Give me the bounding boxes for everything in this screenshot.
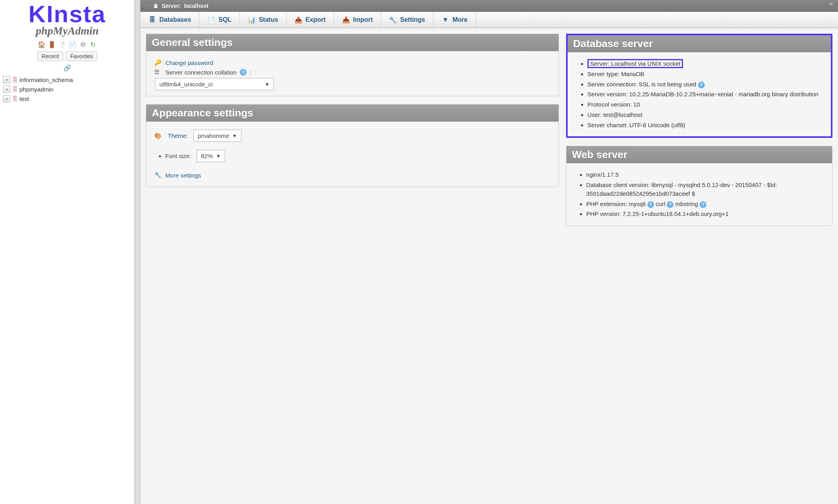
expand-icon[interactable]: +	[3, 95, 10, 102]
chevron-down-icon: ▼	[232, 133, 237, 139]
link-icon[interactable]: 🔗	[0, 63, 134, 75]
theme-label[interactable]: Theme:	[168, 132, 188, 139]
panel-title: Appearance settings	[146, 105, 559, 122]
select-value: 82%	[201, 153, 213, 159]
change-password-link[interactable]: Change password	[165, 59, 213, 66]
info-item: User: test@localhost	[587, 111, 823, 119]
main-tabs: 🗄Databases 📄SQL 📊Status 📤Export 📥Import …	[140, 12, 838, 28]
tab-import[interactable]: 📥Import	[334, 12, 381, 28]
status-icon: 📊	[248, 16, 256, 24]
sidebar: KInsta phpMyAdmin 🏠 🚪 ❔ 📄 ⚙ ↻ Recent Fav…	[0, 0, 135, 504]
recent-tab[interactable]: Recent	[37, 52, 63, 61]
tree-item-label: information_schema	[19, 76, 73, 83]
tab-label: Export	[306, 16, 326, 23]
tab-status[interactable]: 📊Status	[240, 12, 287, 28]
info-item: Server connection: SSL is not being used…	[587, 80, 823, 89]
select-value: pmahomme	[198, 132, 229, 139]
collation-select[interactable]: utf8mb4_unicode_ci ▼	[155, 78, 274, 90]
export-icon: 📤	[295, 16, 302, 24]
select-value: utf8mb4_unicode_ci	[159, 81, 212, 88]
info-item: Server charset: UTF-8 Unicode (utf8)	[587, 121, 823, 130]
info-item: PHP version: 7.2.25-1+ubuntu16.04.1+deb.…	[586, 210, 824, 218]
info-item: Server: Localhost via UNIX socket	[587, 59, 823, 68]
info-item: nginx/1.17.5	[586, 170, 824, 179]
tab-settings[interactable]: 🔧Settings	[381, 12, 433, 28]
tree-item-information-schema[interactable]: + 🗄 information_schema	[3, 75, 131, 84]
tree-item-label: test	[19, 95, 29, 102]
breadcrumb: ← 🖥 Server: localhost ⌃	[140, 0, 838, 12]
tree-item-phpmyadmin[interactable]: + 🗄 phpmyadmin	[3, 84, 131, 94]
more-settings-link[interactable]: More settings	[165, 172, 201, 179]
docs-icon[interactable]: ❔	[58, 40, 66, 48]
help-icon[interactable]: ?	[240, 69, 247, 76]
wrench-icon: 🔧	[154, 172, 162, 179]
key-icon: 🔑	[154, 59, 162, 66]
info-item: Server type: MariaDB	[587, 70, 823, 78]
expand-icon[interactable]: +	[3, 86, 10, 93]
brand-logo: KInsta	[4, 2, 130, 26]
palette-icon: 🎨	[154, 132, 162, 139]
database-icon: 🗄	[148, 16, 156, 24]
gear-icon[interactable]: ⚙	[79, 40, 87, 48]
collapse-icon[interactable]: ⌃	[828, 2, 834, 10]
database-icon: 🗄	[12, 95, 18, 102]
tab-label: Settings	[400, 16, 425, 23]
chevron-down-icon: ▼	[265, 82, 270, 87]
sql-icon: 📄	[207, 16, 215, 24]
tree-item-test[interactable]: + 🗄 test	[3, 94, 131, 103]
database-icon: 🗄	[12, 86, 18, 93]
tree-item-label: phpmyadmin	[19, 86, 54, 93]
mini-icon-toolbar: 🏠 🚪 ❔ 📄 ⚙ ↻	[0, 40, 134, 48]
tab-sql[interactable]: 📄SQL	[199, 12, 240, 28]
import-icon: 📥	[342, 16, 350, 24]
tab-label: Databases	[159, 16, 191, 23]
info-item: PHP extension: mysqli ? curl ? mbstring …	[586, 200, 824, 208]
favorites-tab[interactable]: Favorites	[66, 52, 98, 61]
info-item: Server version: 10.2.25-MariaDB-10.2.25+…	[587, 90, 823, 99]
database-tree: + 🗄 information_schema + 🗄 phpmyadmin + …	[0, 75, 134, 103]
info-text: Server: Localhost via UNIX socket	[587, 59, 683, 68]
help-icon[interactable]: ?	[667, 201, 673, 208]
list-icon: ☰	[154, 69, 162, 76]
collation-label: Server connection collation	[165, 69, 237, 76]
tab-label: Status	[259, 16, 278, 23]
tab-export[interactable]: 📤Export	[287, 12, 334, 28]
breadcrumb-label: Server:	[162, 3, 181, 9]
help-icon[interactable]: ?	[647, 201, 654, 208]
home-icon[interactable]: 🏠	[38, 40, 46, 48]
colon: :	[250, 69, 251, 76]
help-icon[interactable]: ?	[698, 82, 705, 88]
info-item: Protocol version: 10	[587, 100, 823, 109]
help-icon[interactable]: ?	[700, 201, 706, 208]
back-icon[interactable]: ←	[144, 3, 150, 9]
fontsize-select[interactable]: 82% ▼	[197, 150, 225, 162]
info-text: Server connection: SSL is not being used	[587, 81, 696, 88]
panel-web-server: Web server nginx/1.17.5 Database client …	[566, 146, 832, 226]
logo-area: KInsta phpMyAdmin	[0, 0, 134, 37]
panel-title: General settings	[146, 34, 559, 51]
panel-database-server: Database server Server: Localhost via UN…	[566, 34, 832, 138]
reload-icon[interactable]: ↻	[89, 40, 97, 48]
sql-icon[interactable]: 📄	[69, 40, 77, 48]
theme-select[interactable]: pmahomme ▼	[193, 130, 241, 142]
server-icon: 🖥	[153, 3, 159, 9]
fontsize-label: Font size:	[165, 153, 191, 159]
logout-icon[interactable]: 🚪	[48, 40, 56, 48]
tab-label: More	[452, 16, 467, 23]
panel-title: Web server	[566, 146, 832, 163]
panel-general-settings: General settings 🔑 Change password ☰ Ser…	[146, 34, 559, 96]
splitter-handle[interactable]	[135, 0, 140, 504]
phpmyadmin-logo: phpMyAdmin	[4, 25, 130, 37]
panel-title: Database server	[568, 35, 831, 52]
tab-more[interactable]: ▼More	[433, 12, 476, 28]
info-item: Database client version: libmysql - mysq…	[586, 181, 824, 198]
breadcrumb-server[interactable]: localhost	[184, 3, 208, 9]
database-icon: 🗄	[12, 76, 18, 83]
tab-label: Import	[353, 16, 373, 23]
chevron-down-icon: ▼	[441, 16, 449, 24]
chevron-down-icon: ▼	[216, 153, 221, 159]
wrench-icon: 🔧	[389, 16, 397, 24]
tab-databases[interactable]: 🗄Databases	[140, 12, 199, 28]
expand-icon[interactable]: +	[3, 76, 10, 83]
main-area: ← 🖥 Server: localhost ⌃ 🗄Databases 📄SQL …	[140, 0, 838, 504]
